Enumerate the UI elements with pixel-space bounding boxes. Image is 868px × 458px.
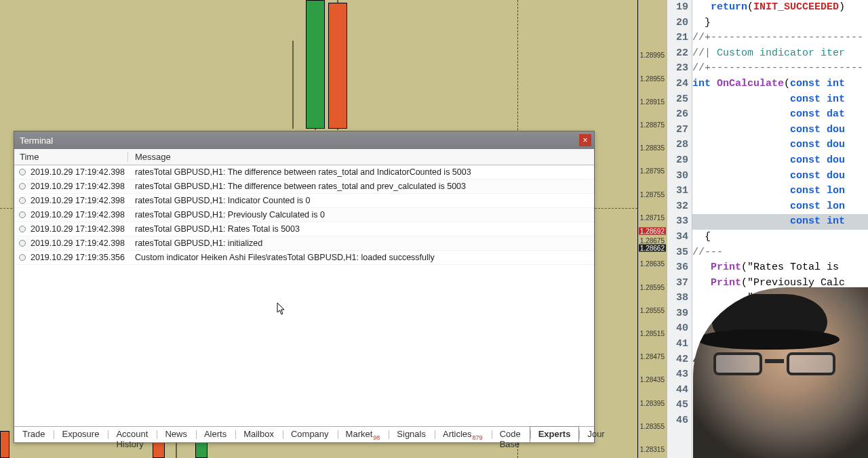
log-time: 2019.10.29 17:19:42.398 — [31, 238, 128, 248]
col-header-message[interactable]: Message — [128, 152, 594, 162]
line-number: 24 — [667, 77, 688, 92]
tab-company[interactable]: Company — [283, 427, 338, 442]
line-number: 27 — [667, 123, 688, 138]
log-row[interactable]: 2019.10.29 17:19:42.398ratesTotal GBPUSD… — [14, 194, 594, 208]
price-tick: 1.28675 — [639, 237, 666, 245]
price-tick: 1.28955 — [639, 75, 666, 82]
code-line: { — [692, 230, 868, 245]
candle — [306, 0, 325, 130]
tab-alerts[interactable]: Alerts — [196, 427, 235, 442]
tab-account-history[interactable]: Account History — [108, 427, 157, 442]
tab-trade[interactable]: Trade — [14, 427, 54, 442]
price-tick: 1.28555 — [639, 306, 666, 314]
price-tick: 1.28315 — [639, 446, 666, 453]
price-tick: 1.28435 — [639, 376, 666, 383]
log-status-icon — [19, 183, 26, 190]
code-line: const dat — [692, 107, 868, 123]
log-row[interactable]: 2019.10.29 17:19:42.398ratesTotal GBPUSD… — [14, 236, 594, 251]
line-number: 29 — [667, 153, 688, 169]
line-number: 45 — [667, 398, 688, 413]
tab-articles[interactable]: Articles879 — [435, 427, 492, 442]
log-time: 2019.10.29 17:19:42.398 — [31, 224, 128, 234]
log-time: 2019.10.29 17:19:35.356 — [31, 253, 128, 262]
line-number: 22 — [667, 46, 688, 62]
tab-mailbox[interactable]: Mailbox — [235, 427, 283, 442]
line-number: 23 — [667, 61, 688, 77]
tab-market[interactable]: Market98 — [338, 427, 389, 442]
line-number: 41 — [667, 337, 688, 352]
log-status-icon — [19, 240, 26, 247]
col-header-time[interactable]: Time — [14, 152, 128, 162]
line-number: 25 — [667, 92, 688, 108]
code-line: //--- — [692, 245, 868, 261]
log-row[interactable]: 2019.10.29 17:19:42.398ratesTotal GBPUSD… — [14, 180, 594, 194]
log-time: 2019.10.29 17:19:42.398 — [31, 196, 128, 205]
log-status-icon — [19, 197, 26, 204]
price-tick: 1.28635 — [639, 260, 666, 268]
log-message: ratesTotal GBPUSD,H1: Rates Total is 500… — [128, 224, 594, 234]
terminal-titlebar[interactable]: Terminal × — [14, 131, 594, 149]
close-icon[interactable]: × — [579, 134, 591, 146]
line-number: 31 — [667, 184, 688, 199]
line-number-gutter: 1920212223242526272829303132333435363738… — [667, 0, 692, 458]
line-number: 43 — [667, 367, 688, 383]
tab-signals[interactable]: Signals — [389, 427, 435, 442]
terminal-log[interactable]: 2019.10.29 17:19:42.398ratesTotal GBPUSD… — [14, 165, 594, 442]
tab-exposure[interactable]: Exposure — [54, 427, 108, 442]
code-line: //+------------------------- — [692, 61, 868, 77]
price-tick: 1.28875 — [639, 121, 666, 128]
log-message: Custom indicator Heiken Ashi Files\rates… — [128, 253, 594, 262]
code-line: } — [692, 16, 868, 31]
log-status-icon — [19, 211, 26, 218]
tab-jour[interactable]: Jour — [579, 427, 613, 442]
terminal-window: Terminal × Time Message 2019.10.29 17:19… — [14, 131, 595, 443]
code-line: const dou — [692, 123, 868, 138]
line-number: 33 — [667, 214, 688, 230]
line-number: 35 — [667, 245, 688, 261]
terminal-title: Terminal — [20, 136, 53, 146]
price-tick: 1.28915 — [639, 98, 666, 105]
tab-experts[interactable]: Experts — [530, 426, 580, 442]
price-bid-label: 1.28692 — [639, 227, 666, 234]
code-line: const lon — [692, 184, 868, 199]
terminal-columns: Time Message — [14, 149, 594, 165]
log-time: 2019.10.29 17:19:42.398 — [31, 210, 128, 220]
candle — [288, 41, 298, 129]
price-tick: 1.28995 — [639, 51, 666, 59]
tab-news[interactable]: News — [157, 427, 196, 442]
line-number: 19 — [667, 0, 688, 16]
tab-badge: 879 — [473, 434, 483, 441]
price-tick: 1.28795 — [639, 167, 666, 175]
tab-badge: 98 — [373, 434, 380, 441]
line-number: 40 — [667, 321, 688, 337]
log-status-icon — [19, 169, 26, 175]
price-tick: 1.28595 — [639, 283, 666, 291]
code-line: const lon — [692, 199, 868, 215]
log-message: ratesTotal GBPUSD,H1: Previously Calcula… — [128, 210, 594, 220]
line-number: 30 — [667, 169, 688, 184]
price-tick: 1.28715 — [639, 213, 666, 221]
log-row[interactable]: 2019.10.29 17:19:42.398ratesTotal GBPUSD… — [14, 165, 594, 180]
log-time: 2019.10.29 17:19:42.398 — [31, 167, 128, 177]
price-tick: 1.28355 — [639, 422, 666, 430]
tab-code-base[interactable]: Code Base — [492, 427, 530, 442]
candle — [328, 0, 347, 130]
line-number: 46 — [667, 413, 688, 429]
line-number: 44 — [667, 383, 688, 398]
log-message: ratesTotal GBPUSD,H1: Indicator Counted … — [128, 196, 594, 205]
code-line: const int — [692, 214, 868, 230]
line-number: 21 — [667, 30, 688, 46]
log-row[interactable]: 2019.10.29 17:19:35.356Custom indicator … — [14, 251, 594, 265]
price-tick: 1.28475 — [639, 353, 666, 360]
log-row[interactable]: 2019.10.29 17:19:42.398ratesTotal GBPUSD… — [14, 208, 594, 222]
price-tick: 1.28835 — [639, 144, 666, 152]
code-line: const int — [692, 92, 868, 108]
log-status-icon — [19, 254, 26, 261]
log-time: 2019.10.29 17:19:42.398 — [31, 182, 128, 191]
code-line: const dou — [692, 138, 868, 153]
log-row[interactable]: 2019.10.29 17:19:42.398ratesTotal GBPUSD… — [14, 222, 594, 236]
log-message: ratesTotal GBPUSD,H1: The difference bet… — [128, 167, 594, 177]
line-number: 32 — [667, 199, 688, 215]
line-number: 37 — [667, 276, 688, 291]
code-line: //+------------------------- — [692, 30, 868, 46]
